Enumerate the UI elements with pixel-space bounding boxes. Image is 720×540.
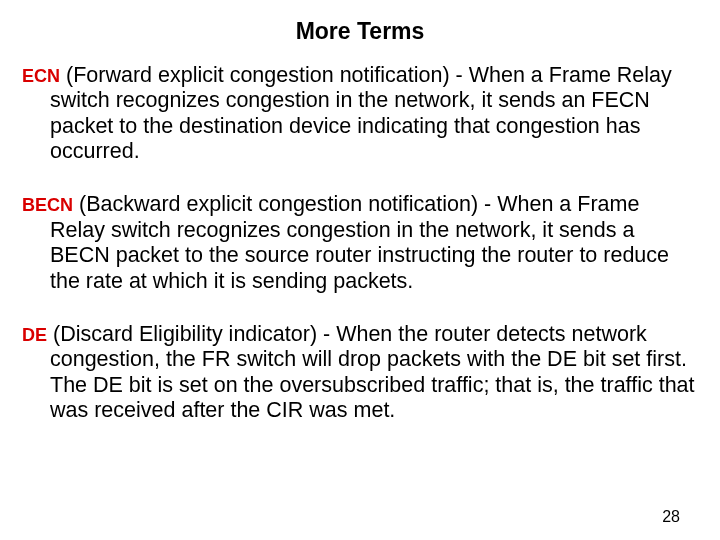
term-ecn-acronym: ECN [22, 66, 60, 86]
term-ecn: ECN (Forward explicit congestion notific… [22, 63, 698, 164]
page-number: 28 [662, 508, 680, 526]
term-de-text: (Discard Eligibility indicator) - When t… [47, 322, 695, 422]
term-ecn-text: (Forward explicit congestion notificatio… [50, 63, 672, 163]
term-becn-acronym: BECN [22, 195, 73, 215]
term-becn-text: (Backward explicit congestion notificati… [50, 192, 669, 292]
slide: More Terms ECN (Forward explicit congest… [0, 0, 720, 540]
term-de: DE (Discard Eligibility indicator) - Whe… [22, 322, 698, 423]
slide-title: More Terms [22, 18, 698, 45]
term-becn: BECN (Backward explicit congestion notif… [22, 192, 698, 293]
term-de-acronym: DE [22, 325, 47, 345]
